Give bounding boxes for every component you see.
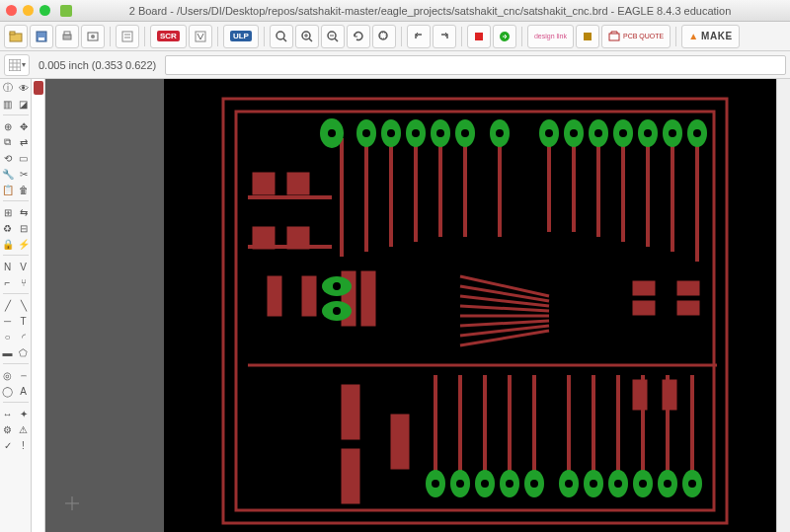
grid-button[interactable]: ▾ (4, 54, 30, 76)
erc-tool[interactable]: ⚠ (17, 422, 31, 436)
cancel-button[interactable] (467, 25, 491, 48)
open-button[interactable] (4, 25, 28, 48)
canvas-viewport[interactable] (45, 79, 776, 532)
via-tool[interactable]: ◎ (1, 368, 15, 382)
svg-point-7 (91, 35, 95, 38)
svg-point-110 (619, 129, 627, 137)
svg-rect-70 (287, 173, 309, 194)
vertical-scrollbar[interactable] (776, 79, 790, 532)
ulp-run-button[interactable]: ULP (223, 25, 259, 48)
polygon-tool[interactable]: ⬠ (17, 345, 31, 359)
separator (264, 27, 265, 46)
layer-tool[interactable]: ▥ (1, 97, 15, 111)
undo-button[interactable] (407, 25, 431, 48)
layer-swatch-top[interactable] (34, 81, 43, 95)
document-icon (60, 5, 72, 17)
smash-tool[interactable]: ⚡ (17, 237, 31, 251)
close-window-button[interactable] (6, 5, 17, 16)
svg-point-108 (594, 129, 602, 137)
ripup-tool[interactable]: ╲ (17, 298, 31, 312)
paste-tool[interactable]: 📋 (1, 183, 15, 196)
svg-rect-77 (342, 385, 359, 439)
name-tool[interactable]: N (1, 260, 15, 273)
svg-rect-85 (663, 380, 676, 410)
rect-tool[interactable]: ▬ (1, 345, 15, 359)
add-tool[interactable]: ⊞ (1, 205, 15, 219)
attribute-tool[interactable]: A (17, 384, 31, 398)
board-canvas[interactable] (45, 79, 776, 532)
script-button[interactable]: SCR (150, 25, 187, 48)
minimize-window-button[interactable] (23, 5, 34, 16)
svg-point-96 (412, 129, 420, 137)
hole-tool[interactable]: ◯ (1, 384, 15, 398)
display-tool[interactable]: ◪ (17, 97, 31, 111)
zoom-fit-button[interactable] (270, 25, 293, 48)
svg-rect-4 (63, 35, 71, 39)
schematic-switch-button[interactable] (116, 25, 139, 48)
value-tool[interactable]: V (17, 260, 31, 273)
info-tool[interactable]: ⓘ (1, 81, 15, 95)
svg-point-124 (506, 480, 514, 488)
ulp-button[interactable] (189, 25, 212, 48)
show-tool[interactable]: 👁 (17, 81, 31, 95)
go-button[interactable] (493, 25, 516, 48)
parameter-toolbar: ▾ 0.005 inch (0.353 0.622) (0, 51, 790, 79)
redo-button[interactable] (433, 25, 456, 48)
svg-point-106 (570, 129, 578, 137)
svg-line-13 (283, 38, 286, 41)
design-link-button[interactable]: design link (527, 25, 574, 48)
make-button[interactable]: ▲MAKE (681, 25, 739, 48)
svg-rect-78 (342, 449, 359, 503)
mark-tool[interactable]: ⊕ (1, 119, 15, 133)
cam-button[interactable] (81, 25, 105, 48)
svg-point-138 (688, 480, 696, 488)
svg-point-116 (693, 129, 701, 137)
svg-rect-81 (633, 301, 655, 315)
pinswap-tool[interactable]: ⇆ (17, 205, 31, 219)
zoom-in-button[interactable] (295, 25, 319, 48)
zoom-out-button[interactable] (321, 25, 345, 48)
svg-rect-79 (391, 415, 409, 469)
save-button[interactable] (30, 25, 53, 48)
print-button[interactable] (55, 25, 79, 48)
svg-rect-8 (122, 32, 132, 41)
coordinate-display: 0.005 inch (0.353 0.622) (33, 59, 162, 71)
maximize-window-button[interactable] (40, 5, 50, 16)
svg-point-98 (436, 129, 444, 137)
group-tool[interactable]: ▭ (17, 151, 31, 165)
svg-point-134 (639, 480, 647, 488)
text-tool[interactable]: T (17, 314, 31, 328)
command-line-input[interactable] (165, 55, 786, 75)
lock-tool[interactable]: 🔒 (1, 237, 15, 251)
grid-icon (9, 59, 21, 71)
wire-tool[interactable]: ─ (1, 314, 15, 328)
zoom-select-button[interactable] (372, 25, 396, 48)
circle-tool[interactable]: ○ (1, 330, 15, 343)
drc-tool[interactable]: ✓ (1, 438, 15, 452)
mirror-tool[interactable]: ⇄ (17, 135, 31, 149)
errors-tool[interactable]: ! (17, 438, 31, 452)
auto-tool[interactable]: ⚙ (1, 422, 15, 436)
signal-tool[interactable]: ⎓ (17, 368, 31, 382)
cut-tool[interactable]: ✂ (17, 167, 31, 181)
separator (521, 27, 522, 46)
arc-tool[interactable]: ◜ (17, 330, 31, 343)
pcb-quote-button[interactable]: PCB QUOTE (601, 25, 671, 48)
route-tool[interactable]: ╱ (1, 298, 15, 312)
svg-point-114 (669, 129, 676, 137)
copy-tool[interactable]: ⧉ (1, 135, 15, 149)
dimension-tool[interactable]: ↔ (1, 407, 15, 420)
split-tool[interactable]: ⑂ (17, 275, 31, 289)
move-tool[interactable]: ✥ (17, 119, 31, 133)
svg-rect-73 (268, 276, 281, 316)
change-tool[interactable]: 🔧 (1, 167, 15, 181)
ratsnest-tool[interactable]: ✦ (17, 407, 31, 420)
rotate-tool[interactable]: ⟲ (1, 151, 15, 165)
svg-rect-84 (633, 380, 647, 410)
miter-tool[interactable]: ⌐ (1, 275, 15, 289)
replace-tool[interactable]: ♻ (1, 221, 15, 235)
gate-tool[interactable]: ⊟ (17, 221, 31, 235)
zoom-redraw-button[interactable] (347, 25, 370, 48)
delete-tool[interactable]: 🗑 (17, 183, 31, 196)
manufacturing-button[interactable] (576, 25, 599, 48)
